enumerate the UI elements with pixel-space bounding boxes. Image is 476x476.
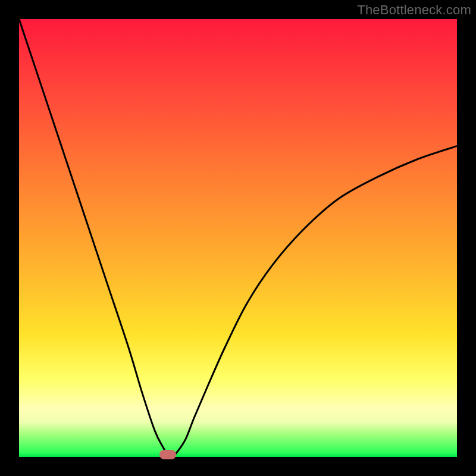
min-marker	[159, 450, 176, 459]
plot-area	[19, 19, 457, 457]
chart-frame: TheBottleneck.com	[0, 0, 476, 476]
attribution-text: TheBottleneck.com	[357, 2, 471, 18]
bottleneck-curve	[19, 19, 457, 457]
curve-path	[19, 19, 457, 457]
